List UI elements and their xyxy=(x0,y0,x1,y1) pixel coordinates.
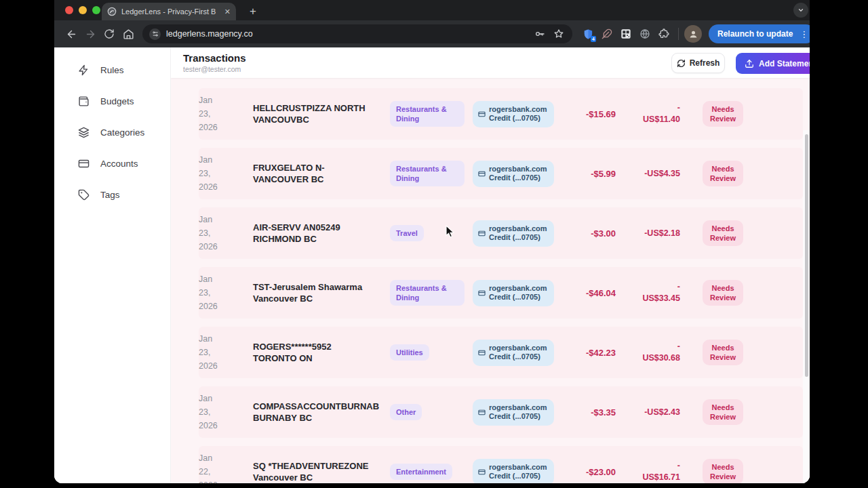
status-badge[interactable]: Needs Review xyxy=(703,101,743,127)
status-badge[interactable]: Needs Review xyxy=(703,459,743,483)
close-window-button[interactable] xyxy=(65,6,73,14)
credit-card-icon xyxy=(478,409,486,416)
transaction-row[interactable]: Jan 23, 2026 AIR-SERVV AN05249 RICHMOND … xyxy=(199,207,803,259)
tab-search-chevron-button[interactable] xyxy=(793,3,808,18)
transaction-amount-usd: -US$4.35 xyxy=(641,168,680,180)
status-badge[interactable]: Needs Review xyxy=(703,161,743,186)
relaunch-to-update-button[interactable]: Relaunch to update ⋮ xyxy=(709,24,810,43)
credit-card-icon xyxy=(478,230,486,237)
scrollbar-thumb[interactable] xyxy=(805,134,808,377)
status-cell: Needs Review xyxy=(680,161,766,186)
credit-card-icon xyxy=(478,468,486,476)
account-badge[interactable]: rogersbank.com Credit (...0705) xyxy=(473,161,554,187)
transaction-row[interactable]: Jan 23, 2026 HELLCRUSTPIZZA NORTH VANCOU… xyxy=(199,88,803,140)
sidebar-item-label: Tags xyxy=(100,190,120,200)
account-cell: rogersbank.com Credit (...0705) xyxy=(473,459,574,484)
transaction-date: Jan 23, 2026 xyxy=(199,153,223,194)
account-badge[interactable]: rogersbank.com Credit (...0705) xyxy=(473,220,554,247)
transactions-page: Transactions tester@tester.com Refresh A… xyxy=(171,47,810,483)
category-badge[interactable]: Restaurants & Dining xyxy=(390,280,465,306)
category-badge[interactable]: Restaurants & Dining xyxy=(390,161,465,186)
bookmark-star-icon[interactable] xyxy=(552,25,566,43)
extension-badge-count: 4 xyxy=(591,36,596,42)
extensions-puzzle-icon[interactable] xyxy=(655,25,673,43)
transaction-row[interactable]: Jan 22, 2026 SQ *THEADVENTUREZONE Vancou… xyxy=(199,446,803,483)
transaction-amount: -$46.04 xyxy=(574,288,616,298)
browser-window: LedgerLens - Privacy-First B ✕ + xyxy=(54,0,810,483)
add-statement-button[interactable]: Add Statement xyxy=(736,53,810,74)
minimize-window-button[interactable] xyxy=(79,6,87,14)
profile-avatar[interactable] xyxy=(684,25,702,43)
category-badge[interactable]: Other xyxy=(390,404,422,420)
zoom-window-button[interactable] xyxy=(92,6,100,14)
scrollbar-track[interactable] xyxy=(803,130,810,483)
account-badge[interactable]: rogersbank.com Credit (...0705) xyxy=(473,399,554,426)
site-settings-icon[interactable] xyxy=(149,28,161,40)
tab-close-icon[interactable]: ✕ xyxy=(224,8,231,16)
transaction-description: TST-Jerusalem Shawarma Vancouver BC xyxy=(253,281,374,304)
status-badge[interactable]: Needs Review xyxy=(703,220,743,246)
sidebar-item-categories[interactable]: Categories xyxy=(54,117,170,148)
back-button[interactable] xyxy=(62,25,80,43)
transaction-description: AIR-SERVV AN05249 RICHMOND BC xyxy=(253,222,374,245)
sidebar-item-budgets[interactable]: Budgets xyxy=(54,85,170,117)
upload-icon xyxy=(745,59,754,68)
category-badge[interactable]: Utilities xyxy=(390,344,429,361)
sidebar-item-tags[interactable]: Tags xyxy=(54,179,170,210)
category-badge[interactable]: Restaurants & Dining xyxy=(390,101,465,127)
account-badge[interactable]: rogersbank.com Credit (...0705) xyxy=(473,459,554,484)
transaction-row[interactable]: Jan 23, 2026 ROGERS******5952 TORONTO ON… xyxy=(199,327,803,378)
account-badge[interactable]: rogersbank.com Credit (...0705) xyxy=(473,340,554,366)
extension-globe-icon[interactable] xyxy=(636,25,654,43)
extension-feather-icon[interactable] xyxy=(598,25,616,43)
account-cell: rogersbank.com Credit (...0705) xyxy=(473,101,574,127)
category-badge[interactable]: Entertainment xyxy=(390,464,452,480)
transaction-amount: -$5.99 xyxy=(574,169,616,179)
transaction-amount: -$3.00 xyxy=(574,228,616,239)
address-bar[interactable]: ledgerlens.magency.co xyxy=(142,24,572,43)
sidebar-item-rules[interactable]: Rules xyxy=(54,54,170,85)
transaction-row[interactable]: Jan 23, 2026 TST-Jerusalem Shawarma Vanc… xyxy=(199,267,803,319)
transaction-description: HELLCRUSTPIZZA NORTH VANCOUVBC xyxy=(253,102,374,125)
account-badge[interactable]: rogersbank.com Credit (...0705) xyxy=(473,101,554,127)
transaction-date: Jan 23, 2026 xyxy=(199,213,223,253)
extension-qr-icon[interactable] xyxy=(617,25,635,43)
sidebar-item-accounts[interactable]: Accounts xyxy=(54,148,170,179)
credit-card-icon xyxy=(478,289,486,297)
refresh-button[interactable]: Refresh xyxy=(671,53,725,73)
refresh-label: Refresh xyxy=(690,58,720,68)
transaction-amount: -$23.00 xyxy=(574,467,616,477)
category-badge[interactable]: Travel xyxy=(390,225,424,241)
password-key-icon[interactable] xyxy=(533,25,547,43)
add-statement-label: Add Statement xyxy=(759,59,810,68)
browser-menu-dots-icon[interactable]: ⋮ xyxy=(797,29,810,39)
status-badge[interactable]: Needs Review xyxy=(703,280,743,306)
status-badge[interactable]: Needs Review xyxy=(703,340,743,365)
home-button[interactable] xyxy=(119,25,137,43)
transaction-date: Jan 23, 2026 xyxy=(199,392,223,432)
transaction-date: Jan 22, 2026 xyxy=(199,451,223,483)
page-title: Transactions xyxy=(183,52,246,64)
credit-card-icon xyxy=(78,158,90,169)
category-cell: Travel xyxy=(390,225,473,241)
status-badge[interactable]: Needs Review xyxy=(703,399,743,425)
relaunch-label: Relaunch to update xyxy=(717,29,793,39)
sidebar-item-label: Categories xyxy=(100,127,144,138)
transaction-row[interactable]: Jan 23, 2026 COMPASSACCOUNTBURNAB BURNAB… xyxy=(199,386,803,438)
url-text[interactable]: ledgerlens.magency.co xyxy=(166,29,528,39)
transaction-amount-usd: -US$2.18 xyxy=(641,228,680,239)
account-badge[interactable]: rogersbank.com Credit (...0705) xyxy=(473,280,554,306)
new-tab-button[interactable]: + xyxy=(244,3,262,20)
account-cell: rogersbank.com Credit (...0705) xyxy=(473,280,574,306)
status-cell: Needs Review xyxy=(680,220,766,246)
browser-tab[interactable]: LedgerLens - Privacy-First B ✕ xyxy=(102,3,236,20)
transaction-row[interactable]: Jan 23, 2026 FRUXGELATO N- VANCOUVER BC … xyxy=(199,148,803,199)
app-content: Rules Budgets Categories Accounts Tags xyxy=(54,47,810,483)
category-cell: Restaurants & Dining xyxy=(390,101,473,127)
transaction-amount-usd: -US$30.68 xyxy=(641,341,680,364)
reload-button[interactable] xyxy=(100,25,118,43)
category-cell: Entertainment xyxy=(390,464,473,480)
forward-button[interactable] xyxy=(81,25,99,43)
extension-shield-icon[interactable]: 4 xyxy=(579,25,597,43)
category-cell: Utilities xyxy=(390,344,473,361)
